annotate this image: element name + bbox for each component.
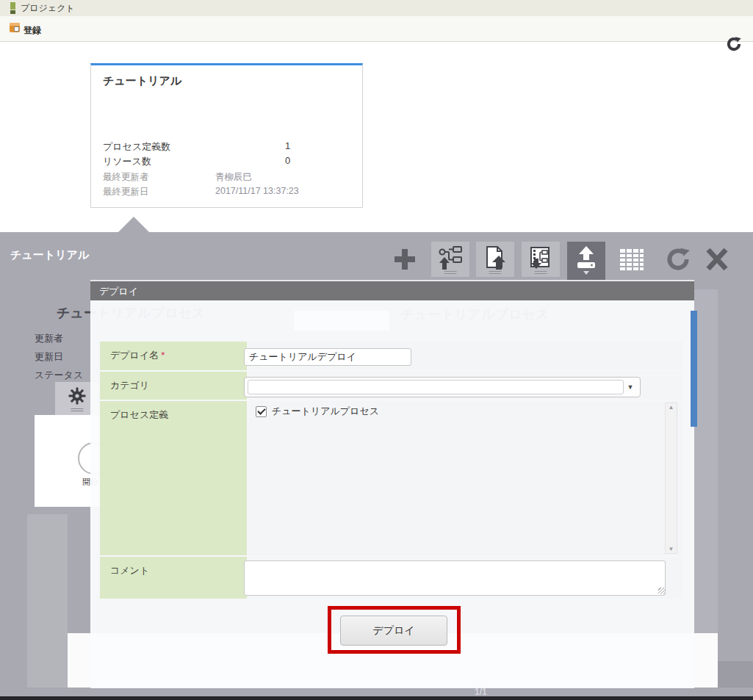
button-underline	[489, 271, 502, 274]
table-icon	[619, 247, 645, 272]
button-underline	[71, 408, 84, 411]
field-label: カテゴリ	[100, 372, 247, 400]
panel-pointer-arrow	[118, 217, 149, 232]
deploy-icon	[573, 244, 599, 275]
project-detail-panel: チュートリアル +	[0, 232, 753, 700]
process-definition-checkbox[interactable]	[256, 406, 267, 417]
form-row-process-definition: プロセス定義	[100, 401, 683, 555]
project-card-title: チュートリアル	[103, 74, 181, 88]
app-window: プロジェクト 登録 チュートリアル プロセス定義数 1 リソース数 0 最終更新…	[0, 0, 753, 700]
list-view-button[interactable]	[619, 247, 645, 272]
scroll-up-icon[interactable]: ▲	[666, 404, 677, 411]
meta-value: 青柳辰巳	[215, 171, 252, 184]
resize-handle-icon[interactable]	[658, 588, 665, 594]
bottom-edge-bar	[0, 696, 753, 700]
meta-label: 最終更新者	[103, 172, 149, 182]
import-icon	[527, 245, 554, 271]
breadcrumb: プロジェクト	[21, 2, 75, 15]
stat-row: リソース数 0	[103, 155, 345, 170]
process-definition-item-label: チュートリアルプロセス	[272, 405, 379, 418]
process-definition-upload-button[interactable]	[431, 242, 469, 277]
gear-icon	[68, 387, 86, 405]
import-button[interactable]	[522, 242, 560, 277]
deploy-name-input[interactable]	[244, 348, 411, 366]
page-header-bar: 登録	[0, 16, 753, 42]
scroll-down-icon[interactable]: ▼	[666, 546, 677, 552]
dialog-title: デプロイ	[99, 285, 138, 298]
field-label: デプロイ名*	[100, 342, 247, 370]
stat-value: 0	[285, 155, 290, 166]
dialog-header: デプロイ	[90, 281, 694, 300]
background-scroll-indicator	[691, 311, 697, 427]
panel-title: チュートリアル	[10, 248, 89, 262]
refresh-panel-button[interactable]	[665, 246, 691, 273]
stat-value: 1	[285, 140, 290, 151]
add-button[interactable]: +	[390, 242, 419, 277]
page-title: 登録	[24, 24, 41, 37]
process-meta-label: ステータス	[35, 369, 83, 382]
process-meta-label: 更新者	[35, 332, 63, 345]
breadcrumb-bar: プロジェクト	[0, 0, 753, 17]
chevron-down-icon[interactable]: ▼	[622, 379, 638, 395]
refresh-icon	[665, 246, 691, 273]
stat-label: プロセス定義数	[103, 140, 170, 154]
close-panel-button[interactable]	[703, 246, 731, 273]
refresh-icon[interactable]	[726, 36, 742, 52]
deploy-dialog: デプロイ デプロイ名* カテゴリ プロセス定義 コメ	[90, 280, 694, 688]
stat-label: リソース数	[103, 155, 151, 168]
document-upload-button[interactable]	[476, 242, 514, 277]
background-panel-block	[718, 661, 753, 688]
field-label: プロセス定義	[100, 401, 247, 555]
project-icon	[10, 2, 15, 14]
close-icon	[703, 246, 731, 273]
required-asterisk: *	[161, 350, 165, 361]
meta-label: 最終更新日	[103, 187, 149, 197]
register-icon	[10, 23, 20, 32]
pagination-label: 1/1	[475, 687, 487, 697]
deploy-button-toolbar-selected[interactable]	[567, 242, 605, 280]
meta-row: 最終更新者 青柳辰巳	[103, 171, 353, 186]
meta-row: 最終更新日 2017/11/17 13:37:23	[103, 186, 353, 201]
comment-textarea[interactable]	[244, 560, 666, 596]
field-label: コメント	[100, 557, 247, 599]
background-panel-column	[694, 289, 718, 688]
background-panel-column	[27, 514, 68, 688]
button-underline	[444, 271, 457, 274]
process-meta-label: 更新日	[35, 350, 63, 364]
category-combobox[interactable]: ▼	[244, 377, 641, 397]
button-underline	[535, 271, 547, 274]
check-icon	[257, 406, 265, 414]
category-input[interactable]	[248, 380, 624, 394]
document-upload-icon	[482, 245, 508, 271]
meta-value: 2017/11/17 13:37:23	[215, 186, 299, 196]
dialog-body: デプロイ名* カテゴリ プロセス定義 コメント	[90, 300, 694, 688]
project-card[interactable]: チュートリアル プロセス定義数 1 リソース数 0 最終更新者 青柳辰巳 最終更…	[90, 63, 363, 208]
process-list-scrollbar[interactable]: ▲ ▼	[665, 403, 677, 554]
field-area	[248, 401, 683, 555]
stat-row: プロセス定義数 1	[103, 140, 345, 155]
flowchart-upload-icon	[437, 245, 464, 271]
deploy-submit-button[interactable]: デプロイ	[340, 616, 447, 646]
